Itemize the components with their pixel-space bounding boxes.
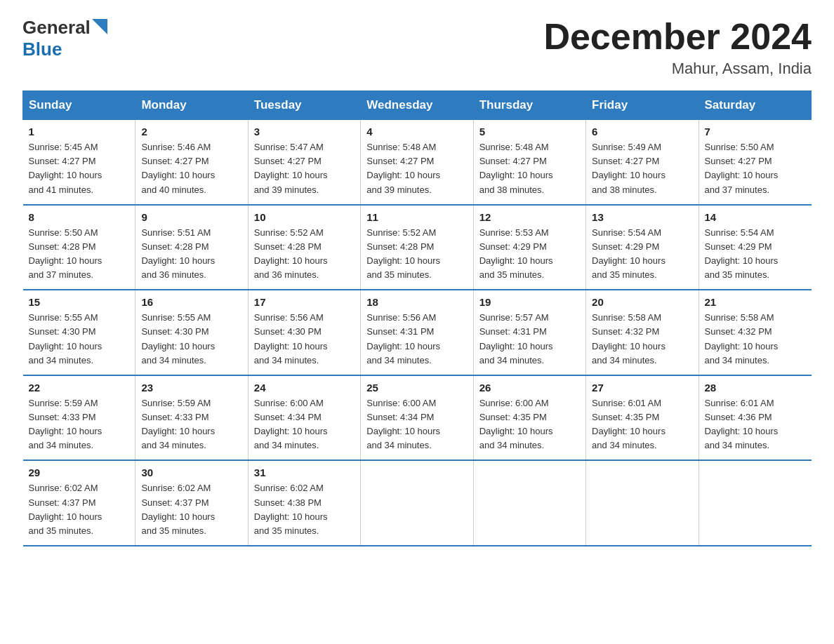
day-cell: 13Sunrise: 5:54 AM Sunset: 4:29 PM Dayli… <box>586 205 699 290</box>
day-cell: 23Sunrise: 5:59 AM Sunset: 4:33 PM Dayli… <box>135 375 248 461</box>
day-number: 5 <box>479 126 580 137</box>
day-cell: 21Sunrise: 5:58 AM Sunset: 4:32 PM Dayli… <box>699 290 811 375</box>
svg-marker-0 <box>92 19 107 34</box>
day-cell: 19Sunrise: 5:57 AM Sunset: 4:31 PM Dayli… <box>473 290 585 375</box>
day-number: 13 <box>592 211 692 223</box>
logo-blue-text: Blue <box>22 39 62 60</box>
day-info: Sunrise: 6:02 AM Sunset: 4:38 PM Dayligh… <box>254 481 355 538</box>
day-cell: 30Sunrise: 6:02 AM Sunset: 4:37 PM Dayli… <box>135 460 248 546</box>
day-cell: 5Sunrise: 5:48 AM Sunset: 4:27 PM Daylig… <box>473 120 585 205</box>
week-row-1: 1Sunrise: 5:45 AM Sunset: 4:27 PM Daylig… <box>23 120 812 205</box>
day-info: Sunrise: 5:48 AM Sunset: 4:27 PM Dayligh… <box>479 140 580 197</box>
day-info: Sunrise: 5:55 AM Sunset: 4:30 PM Dayligh… <box>29 311 130 368</box>
day-cell: 3Sunrise: 5:47 AM Sunset: 4:27 PM Daylig… <box>248 120 360 205</box>
day-info: Sunrise: 5:48 AM Sunset: 4:27 PM Dayligh… <box>366 140 467 197</box>
day-info: Sunrise: 6:00 AM Sunset: 4:34 PM Dayligh… <box>366 396 467 453</box>
header-row: SundayMondayTuesdayWednesdayThursdayFrid… <box>23 91 812 120</box>
day-number: 21 <box>705 296 806 308</box>
title-area: December 2024 Mahur, Assam, India <box>543 17 812 78</box>
week-row-2: 8Sunrise: 5:50 AM Sunset: 4:28 PM Daylig… <box>23 205 812 290</box>
day-cell: 2Sunrise: 5:46 AM Sunset: 4:27 PM Daylig… <box>135 120 248 205</box>
logo: General Blue <box>22 17 107 60</box>
day-number: 1 <box>29 126 130 137</box>
day-number: 8 <box>29 211 130 223</box>
day-info: Sunrise: 5:56 AM Sunset: 4:31 PM Dayligh… <box>366 311 467 368</box>
calendar-table: SundayMondayTuesdayWednesdayThursdayFrid… <box>22 90 812 546</box>
day-cell <box>699 460 811 546</box>
day-info: Sunrise: 5:47 AM Sunset: 4:27 PM Dayligh… <box>254 140 355 197</box>
day-number: 24 <box>254 382 355 394</box>
day-info: Sunrise: 5:50 AM Sunset: 4:28 PM Dayligh… <box>29 226 130 283</box>
day-cell: 11Sunrise: 5:52 AM Sunset: 4:28 PM Dayli… <box>361 205 473 290</box>
day-cell: 31Sunrise: 6:02 AM Sunset: 4:38 PM Dayli… <box>248 460 360 546</box>
day-info: Sunrise: 5:50 AM Sunset: 4:27 PM Dayligh… <box>705 140 806 197</box>
day-number: 2 <box>141 126 241 137</box>
week-row-5: 29Sunrise: 6:02 AM Sunset: 4:37 PM Dayli… <box>23 460 812 546</box>
day-info: Sunrise: 5:49 AM Sunset: 4:27 PM Dayligh… <box>592 140 692 197</box>
day-number: 22 <box>29 382 130 394</box>
location-title: Mahur, Assam, India <box>543 60 812 78</box>
day-cell: 16Sunrise: 5:55 AM Sunset: 4:30 PM Dayli… <box>135 290 248 375</box>
day-info: Sunrise: 6:01 AM Sunset: 4:36 PM Dayligh… <box>705 396 806 453</box>
day-info: Sunrise: 5:46 AM Sunset: 4:27 PM Dayligh… <box>141 140 241 197</box>
day-info: Sunrise: 5:52 AM Sunset: 4:28 PM Dayligh… <box>366 226 467 283</box>
day-number: 4 <box>366 126 467 137</box>
day-info: Sunrise: 5:58 AM Sunset: 4:32 PM Dayligh… <box>592 311 692 368</box>
day-info: Sunrise: 6:01 AM Sunset: 4:35 PM Dayligh… <box>592 396 692 453</box>
logo-triangle-icon <box>92 19 107 34</box>
day-cell: 10Sunrise: 5:52 AM Sunset: 4:28 PM Dayli… <box>248 205 360 290</box>
day-cell: 6Sunrise: 5:49 AM Sunset: 4:27 PM Daylig… <box>586 120 699 205</box>
day-info: Sunrise: 6:02 AM Sunset: 4:37 PM Dayligh… <box>29 481 130 538</box>
day-number: 19 <box>479 296 580 308</box>
day-number: 7 <box>705 126 806 137</box>
day-cell: 4Sunrise: 5:48 AM Sunset: 4:27 PM Daylig… <box>361 120 473 205</box>
day-cell <box>586 460 699 546</box>
day-number: 30 <box>141 467 241 478</box>
day-number: 28 <box>705 382 806 394</box>
month-title: December 2024 <box>543 17 812 57</box>
day-cell <box>361 460 473 546</box>
day-info: Sunrise: 5:53 AM Sunset: 4:29 PM Dayligh… <box>479 226 580 283</box>
week-row-3: 15Sunrise: 5:55 AM Sunset: 4:30 PM Dayli… <box>23 290 812 375</box>
day-cell: 22Sunrise: 5:59 AM Sunset: 4:33 PM Dayli… <box>23 375 135 461</box>
day-info: Sunrise: 5:59 AM Sunset: 4:33 PM Dayligh… <box>29 396 130 453</box>
day-cell: 14Sunrise: 5:54 AM Sunset: 4:29 PM Dayli… <box>699 205 811 290</box>
day-info: Sunrise: 5:45 AM Sunset: 4:27 PM Dayligh… <box>29 140 130 197</box>
day-cell <box>473 460 585 546</box>
day-info: Sunrise: 5:59 AM Sunset: 4:33 PM Dayligh… <box>141 396 241 453</box>
day-cell: 25Sunrise: 6:00 AM Sunset: 4:34 PM Dayli… <box>361 375 473 461</box>
day-info: Sunrise: 6:00 AM Sunset: 4:34 PM Dayligh… <box>254 396 355 453</box>
day-number: 18 <box>366 296 467 308</box>
day-number: 10 <box>254 211 355 223</box>
header-cell-friday: Friday <box>586 91 699 120</box>
calendar-body: 1Sunrise: 5:45 AM Sunset: 4:27 PM Daylig… <box>23 120 812 546</box>
day-cell: 29Sunrise: 6:02 AM Sunset: 4:37 PM Dayli… <box>23 460 135 546</box>
day-cell: 18Sunrise: 5:56 AM Sunset: 4:31 PM Dayli… <box>361 290 473 375</box>
day-cell: 26Sunrise: 6:00 AM Sunset: 4:35 PM Dayli… <box>473 375 585 461</box>
day-cell: 8Sunrise: 5:50 AM Sunset: 4:28 PM Daylig… <box>23 205 135 290</box>
day-info: Sunrise: 5:52 AM Sunset: 4:28 PM Dayligh… <box>254 226 355 283</box>
day-number: 3 <box>254 126 355 137</box>
day-cell: 7Sunrise: 5:50 AM Sunset: 4:27 PM Daylig… <box>699 120 811 205</box>
day-cell: 24Sunrise: 6:00 AM Sunset: 4:34 PM Dayli… <box>248 375 360 461</box>
day-info: Sunrise: 5:58 AM Sunset: 4:32 PM Dayligh… <box>705 311 806 368</box>
day-number: 23 <box>141 382 241 394</box>
day-number: 6 <box>592 126 692 137</box>
day-cell: 15Sunrise: 5:55 AM Sunset: 4:30 PM Dayli… <box>23 290 135 375</box>
day-info: Sunrise: 5:57 AM Sunset: 4:31 PM Dayligh… <box>479 311 580 368</box>
day-cell: 17Sunrise: 5:56 AM Sunset: 4:30 PM Dayli… <box>248 290 360 375</box>
day-cell: 1Sunrise: 5:45 AM Sunset: 4:27 PM Daylig… <box>23 120 135 205</box>
day-info: Sunrise: 5:54 AM Sunset: 4:29 PM Dayligh… <box>592 226 692 283</box>
header-cell-monday: Monday <box>135 91 248 120</box>
day-info: Sunrise: 6:02 AM Sunset: 4:37 PM Dayligh… <box>141 481 241 538</box>
day-number: 17 <box>254 296 355 308</box>
day-number: 25 <box>366 382 467 394</box>
header-cell-thursday: Thursday <box>473 91 585 120</box>
day-number: 27 <box>592 382 692 394</box>
week-row-4: 22Sunrise: 5:59 AM Sunset: 4:33 PM Dayli… <box>23 375 812 461</box>
logo-general-text: General <box>22 17 91 39</box>
day-number: 20 <box>592 296 692 308</box>
day-info: Sunrise: 5:56 AM Sunset: 4:30 PM Dayligh… <box>254 311 355 368</box>
day-number: 29 <box>29 467 130 478</box>
day-number: 26 <box>479 382 580 394</box>
